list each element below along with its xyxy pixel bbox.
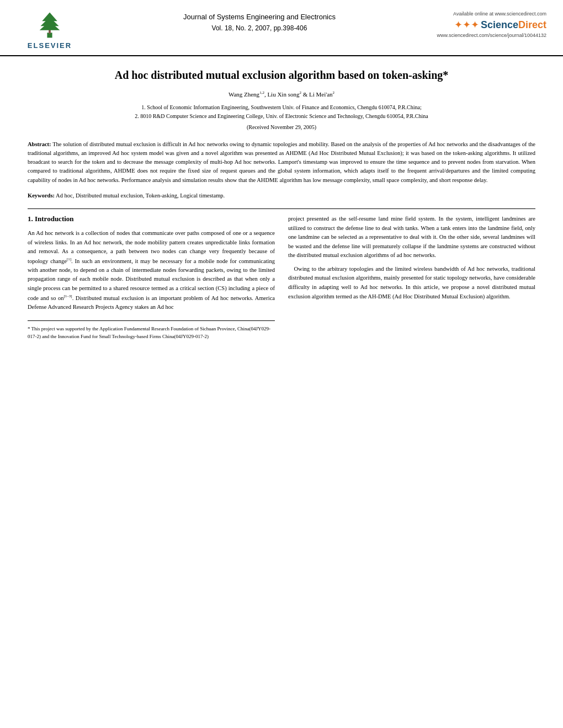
sd-direct-text: Direct xyxy=(518,19,546,31)
section-1-heading: 1. Introduction xyxy=(28,215,275,223)
sciencedirect-logo: ✦✦✦ ScienceDirect xyxy=(436,19,546,31)
header-center: Journal of Systems Engineering and Elect… xyxy=(83,10,436,32)
elsevier-label: ELSEVIER xyxy=(28,41,72,50)
title-section: Ad hoc distributed mutual exclusion algo… xyxy=(28,67,535,130)
col-left-body: An Ad hoc network is a collection of nod… xyxy=(28,229,275,312)
main-content: Ad hoc distributed mutual exclusion algo… xyxy=(0,56,563,351)
col-left-paragraph-1: An Ad hoc network is a collection of nod… xyxy=(28,229,275,312)
col-right-body: project presented as the self-resume lan… xyxy=(288,215,535,301)
paper-title: Ad hoc distributed mutual exclusion algo… xyxy=(28,67,535,83)
available-online-text: Available online at www.sciencedirect.co… xyxy=(436,11,546,17)
abstract-section: Abstract: The solution of distributed mu… xyxy=(28,140,535,185)
abstract-label: Abstract: xyxy=(28,141,51,147)
header-right: Available online at www.sciencedirect.co… xyxy=(436,10,546,38)
keywords-label: Keywords: xyxy=(28,192,55,199)
abstract-text: The solution of distributed mutual exclu… xyxy=(28,141,535,183)
header-left: ELSEVIER xyxy=(17,10,83,50)
sd-dots-icon: ✦✦✦ xyxy=(454,19,479,31)
affiliations: 1. School of Economic Information Engine… xyxy=(28,103,535,121)
journal-title: Journal of Systems Engineering and Elect… xyxy=(83,13,436,21)
elsevier-logo: ELSEVIER xyxy=(17,10,83,50)
footnote: * This project was supported by the Appl… xyxy=(28,320,275,340)
journal-volume: Vol. 18, No. 2, 2007, pp.398-406 xyxy=(83,24,436,32)
section-divider xyxy=(28,208,535,209)
authors: Wang Zheng1,2, Liu Xin song2 & Li Mei'an… xyxy=(28,90,535,98)
page: ELSEVIER Journal of Systems Engineering … xyxy=(0,0,563,728)
footnote-text: * This project was supported by the Appl… xyxy=(28,326,270,339)
sd-url: www.sciencedirect.com/science/journal/10… xyxy=(436,33,546,38)
elsevier-tree-icon xyxy=(30,10,69,40)
keywords-text: Ad hoc, Distributed mutual exclusion, To… xyxy=(56,192,225,199)
col-right-paragraph-2: Owing to the arbitrary topologies and th… xyxy=(288,265,535,301)
column-right: project presented as the self-resume lan… xyxy=(288,215,535,340)
two-column-body: 1. Introduction An Ad hoc network is a c… xyxy=(28,215,535,340)
column-left: 1. Introduction An Ad hoc network is a c… xyxy=(28,215,275,340)
sd-science-text: Science xyxy=(481,19,518,31)
author-names: Wang Zheng1,2, Liu Xin song2 & Li Mei'an… xyxy=(229,91,334,98)
col-right-paragraph-1: project presented as the self-resume lan… xyxy=(288,215,535,260)
keywords-section: Keywords: Ad hoc, Distributed mutual exc… xyxy=(28,192,535,199)
received-date: (Received November 29, 2005) xyxy=(28,124,535,130)
header: ELSEVIER Journal of Systems Engineering … xyxy=(0,0,563,56)
affiliation-2: 2. 8010 R&D Computer Science and Enginee… xyxy=(28,112,535,121)
affiliation-1: 1. School of Economic Information Engine… xyxy=(28,103,535,112)
